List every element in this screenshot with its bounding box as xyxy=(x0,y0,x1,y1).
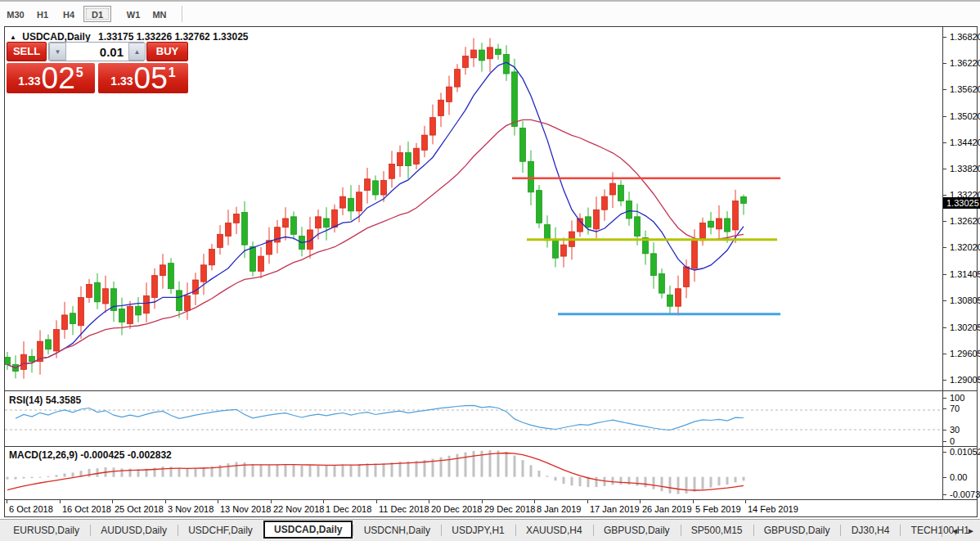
macd-bar xyxy=(735,477,737,483)
macd-bar xyxy=(366,463,369,476)
price-tick xyxy=(943,142,946,143)
price-tick-label: 1.36820 xyxy=(950,32,980,42)
ma-fast-line xyxy=(7,62,744,367)
timeframe-button-d1[interactable]: D1 xyxy=(83,6,111,22)
macd-bar xyxy=(407,462,410,477)
macd-splitter[interactable] xyxy=(4,446,978,447)
timeframe-button-m30[interactable]: M30 xyxy=(3,6,28,22)
rsi-axis-tick xyxy=(943,398,946,399)
date-tick xyxy=(7,500,7,503)
date-tick-label: 8 Jan 2019 xyxy=(537,504,581,514)
price-axis[interactable]: 1.368201.362201.356201.350201.344201.338… xyxy=(943,27,980,500)
macd-bar xyxy=(342,465,344,477)
macd-bar xyxy=(317,466,320,477)
timeframe-button-h1[interactable]: H1 xyxy=(33,6,52,22)
macd-bar xyxy=(326,466,328,477)
price-tick-label: 1.36220 xyxy=(950,58,980,68)
rsi-panel[interactable] xyxy=(5,392,942,446)
tab-dj30-h4[interactable]: DJ30,H4 xyxy=(841,522,901,539)
price-tick-label: 1.33820 xyxy=(950,164,980,174)
macd-bar xyxy=(285,464,287,477)
tab-gbpusd-daily[interactable]: GBPUSD,Daily xyxy=(593,522,681,539)
macd-bar xyxy=(661,477,663,492)
macd-bar xyxy=(375,463,377,476)
price-tick-label: 1.30805 xyxy=(950,295,980,305)
price-tick xyxy=(943,169,946,169)
macd-bar xyxy=(195,468,197,477)
price-tick-label: 1.32620 xyxy=(950,216,980,226)
volume-increase-button[interactable]: ▲ xyxy=(128,43,146,61)
buy-button[interactable]: BUY xyxy=(146,42,188,61)
macd-axis-label: -0.0073 xyxy=(950,489,980,499)
tab-gbpusd-daily[interactable]: GBPUSD,Daily xyxy=(753,522,841,539)
tab-audusd-daily[interactable]: AUDUSD,Daily xyxy=(90,522,178,539)
collapse-triangle-icon[interactable]: ▲ xyxy=(10,34,16,41)
macd-bar xyxy=(571,477,573,486)
date-tick xyxy=(112,500,113,503)
date-tick xyxy=(376,500,377,503)
macd-bar xyxy=(522,460,524,477)
tab-sp500-m15[interactable]: SP500,M15 xyxy=(681,522,753,539)
rsi-label: RSI(14) 54.3585 xyxy=(9,394,81,406)
macd-bar xyxy=(612,477,614,485)
tab-scroll-right-icon[interactable]: ► xyxy=(967,526,975,535)
macd-bar xyxy=(514,456,516,477)
rsi-axis-label: 70 xyxy=(950,403,960,413)
macd-bar xyxy=(350,465,353,477)
macd-bar xyxy=(694,477,696,492)
sell-price-big: 02 xyxy=(42,64,75,93)
timeframe-button-mn[interactable]: MN xyxy=(149,6,170,22)
date-tick xyxy=(693,500,694,503)
price-tick xyxy=(943,354,946,354)
date-tick xyxy=(271,500,272,503)
macd-bar xyxy=(497,450,500,476)
macd-bar xyxy=(309,466,312,477)
buy-price-small: 1.33 xyxy=(110,74,133,88)
macd-bar xyxy=(416,461,418,477)
tab-separator xyxy=(942,525,942,537)
macd-bar xyxy=(236,462,238,476)
rsi-splitter[interactable] xyxy=(4,390,978,391)
timeframe-button-w1[interactable]: W1 xyxy=(123,6,144,22)
tab-xauusd-h4[interactable]: XAUUSD,H4 xyxy=(515,522,593,539)
macd-bar xyxy=(636,477,639,486)
volume-input[interactable] xyxy=(66,43,128,61)
rsi-axis-label: 100 xyxy=(950,393,964,403)
macd-bar xyxy=(391,462,393,477)
tab-usdcad-daily[interactable]: USDCAD,Daily xyxy=(263,521,353,539)
sell-button[interactable]: SELL xyxy=(7,42,47,61)
tab-usdcnh-daily[interactable]: USDCNH,Daily xyxy=(353,522,441,539)
macd-bar xyxy=(334,466,336,477)
tab-usdjpy-h1[interactable]: USDJPY,H1 xyxy=(441,522,515,539)
tab-scroll-controls: ◄► xyxy=(942,520,975,541)
tab-eurusd-daily[interactable]: EURUSD,Daily xyxy=(2,522,90,539)
date-tick-label: 14 Feb 2019 xyxy=(748,504,798,514)
price-tick xyxy=(943,300,946,301)
sell-quote-panel[interactable]: 1.33 02 5 xyxy=(7,63,95,93)
macd-bar xyxy=(726,477,729,485)
buy-price-sup: 1 xyxy=(169,65,176,80)
date-tick xyxy=(640,500,641,503)
date-tick-label: 17 Jan 2019 xyxy=(590,504,640,514)
buy-quote-panel[interactable]: 1.33 05 1 xyxy=(98,63,188,93)
timeframe-button-h4[interactable]: H4 xyxy=(59,6,79,22)
price-tick-label: 1.34420 xyxy=(950,138,980,147)
macd-bar xyxy=(56,475,58,476)
macd-bar xyxy=(538,471,541,477)
macd-axis-tick xyxy=(943,494,946,495)
macd-bar xyxy=(383,463,385,477)
macd-bar xyxy=(47,476,50,477)
price-tick-label: 1.35620 xyxy=(950,84,980,94)
date-axis[interactable]: 6 Oct 201816 Oct 201825 Oct 20183 Nov 20… xyxy=(5,500,942,517)
buy-price-big: 05 xyxy=(134,64,168,93)
macd-bar xyxy=(97,468,99,477)
chart-tab-bar: EURUSD,DailyAUDUSD,DailyUSDCHF,DailyUSDC… xyxy=(0,519,980,541)
date-tick-label: 20 Dec 2018 xyxy=(431,504,482,514)
tab-usdchf-daily[interactable]: USDCHF,Daily xyxy=(178,522,263,539)
volume-decrease-button[interactable]: ▼ xyxy=(49,43,66,61)
mt4-terminal: M30H1H4D1W1MN ▲ USDCAD,Daily 1.33175 1.3… xyxy=(0,0,980,541)
macd-bar xyxy=(72,472,74,476)
date-tick xyxy=(323,500,324,503)
tab-scroll-left-icon[interactable]: ◄ xyxy=(951,526,959,535)
price-tick xyxy=(943,274,946,275)
